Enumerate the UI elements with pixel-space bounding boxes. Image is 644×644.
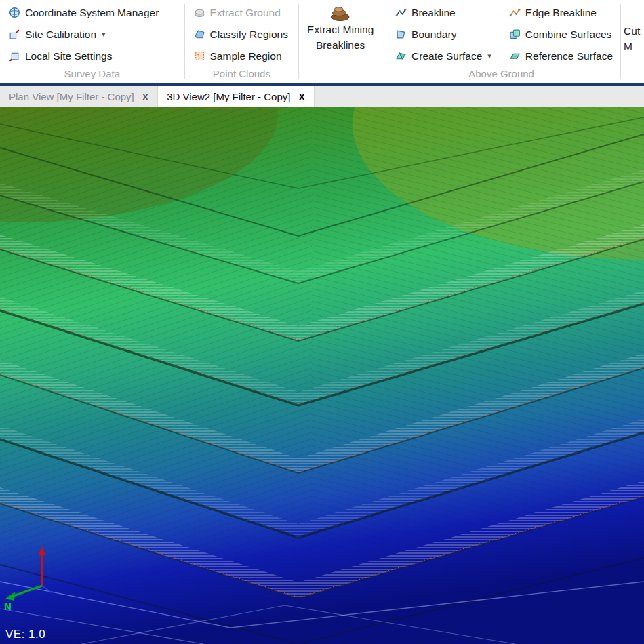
ribbon-group-above-ground: Breakline Boundary Create Surface ▾ [382, 0, 620, 83]
survey-data-items: Coordinate System Manager Site Calibrati… [0, 0, 184, 66]
boundary-button[interactable]: Boundary [392, 24, 495, 45]
cut-fill-map-button-clipped[interactable]: Cut M [621, 0, 644, 83]
chevron-down-icon[interactable]: ▾ [102, 30, 106, 39]
group-label-point-clouds: Point Clouds [185, 66, 299, 83]
site-calibration-button[interactable]: Site Calibration ▾ [5, 24, 180, 45]
chevron-down-icon[interactable]: ▾ [487, 52, 491, 60]
local-site-settings-button[interactable]: Local Site Settings [5, 45, 180, 66]
button-label: Combine Surfaces [525, 28, 612, 41]
button-label: Sample Region [210, 50, 282, 62]
view-tab-bar: Plan View [My Filter - Copy] X 3D View2 … [0, 83, 644, 107]
reference-surface-button[interactable]: Reference Surface [506, 45, 616, 66]
extract-ground-icon [194, 7, 205, 18]
site-calibration-icon [9, 28, 20, 40]
button-label-line1: Cut [624, 23, 640, 39]
classify-regions-button[interactable]: Classify Regions [190, 24, 295, 45]
button-label: Extract Ground [210, 7, 281, 19]
combine-surfaces-button[interactable]: Combine Surfaces [506, 24, 616, 45]
ribbon-group-extract-mining: Extract Mining Breaklines [299, 0, 382, 83]
above-ground-col1: Breakline Boundary Create Surface ▾ [382, 0, 499, 66]
edge-breakline-button[interactable]: Edge Breakline [506, 2, 616, 23]
edge-breakline-icon [509, 7, 521, 18]
point-clouds-items: Extract Ground Classify Regions Sample R… [185, 0, 299, 66]
globe-icon [9, 7, 20, 18]
button-label: Boundary [411, 28, 456, 41]
above-ground-col2: Edge Breakline Combine Surfaces Referenc… [499, 0, 620, 66]
group-label-survey-data: Survey Data [0, 66, 184, 83]
create-surface-icon [395, 50, 407, 62]
reference-surface-icon [509, 50, 521, 62]
button-label-line1: Extract Mining [307, 22, 374, 37]
local-site-settings-icon [9, 50, 20, 62]
ribbon-group-point-clouds: Extract Ground Classify Regions Sample R… [185, 0, 299, 83]
group-label-above-ground: Above Ground [382, 66, 620, 83]
button-label: Reference Surface [525, 50, 613, 62]
button-label: Edge Breakline [525, 7, 597, 19]
vertical-exaggeration-label: VE: 1.0 [5, 628, 45, 641]
tab-3d-view2[interactable]: 3D View2 [My Filter - Copy] X [158, 86, 315, 107]
combine-surfaces-icon [509, 28, 521, 40]
create-surface-button[interactable]: Create Surface ▾ [392, 45, 495, 66]
tab-label: Plan View [My Filter - Copy] [9, 91, 134, 102]
ribbon: Coordinate System Manager Site Calibrati… [0, 0, 644, 83]
sample-region-button[interactable]: Sample Region [190, 45, 295, 66]
ribbon-group-survey-data: Coordinate System Manager Site Calibrati… [0, 0, 184, 83]
sample-region-icon [194, 50, 205, 62]
above-ground-columns: Breakline Boundary Create Surface ▾ [382, 0, 620, 66]
button-label: Breakline [411, 7, 456, 19]
button-label-line2: M [624, 39, 632, 54]
north-label: N [4, 601, 12, 612]
close-icon[interactable]: X [298, 92, 304, 102]
button-label: Site Calibration [25, 28, 96, 41]
breakline-button[interactable]: Breakline [392, 2, 495, 23]
button-label-line2: Breaklines [316, 37, 365, 53]
extract-ground-button[interactable]: Extract Ground [190, 2, 295, 23]
button-label: Local Site Settings [25, 50, 112, 62]
button-label: Create Surface [411, 50, 482, 62]
close-icon[interactable]: X [142, 92, 148, 102]
boundary-icon [395, 28, 407, 40]
terrain-render: N [0, 107, 644, 644]
mining-breaklines-icon [329, 4, 352, 22]
classify-regions-icon [194, 28, 205, 40]
tab-label: 3D View2 [My Filter - Copy] [167, 91, 290, 102]
breakline-icon [395, 7, 407, 18]
extract-mining-breaklines-button[interactable]: Extract Mining Breaklines [299, 0, 382, 66]
group-label-empty [299, 66, 382, 83]
button-label: Classify Regions [210, 28, 288, 41]
button-label: Coordinate System Manager [25, 7, 159, 19]
ribbon-group-clipped: Cut M [621, 0, 644, 83]
tab-plan-view[interactable]: Plan View [My Filter - Copy] X [0, 86, 158, 107]
3d-terrain-viewport[interactable]: N VE: 1.0 [0, 107, 644, 644]
coordinate-system-manager-button[interactable]: Coordinate System Manager [5, 2, 180, 23]
